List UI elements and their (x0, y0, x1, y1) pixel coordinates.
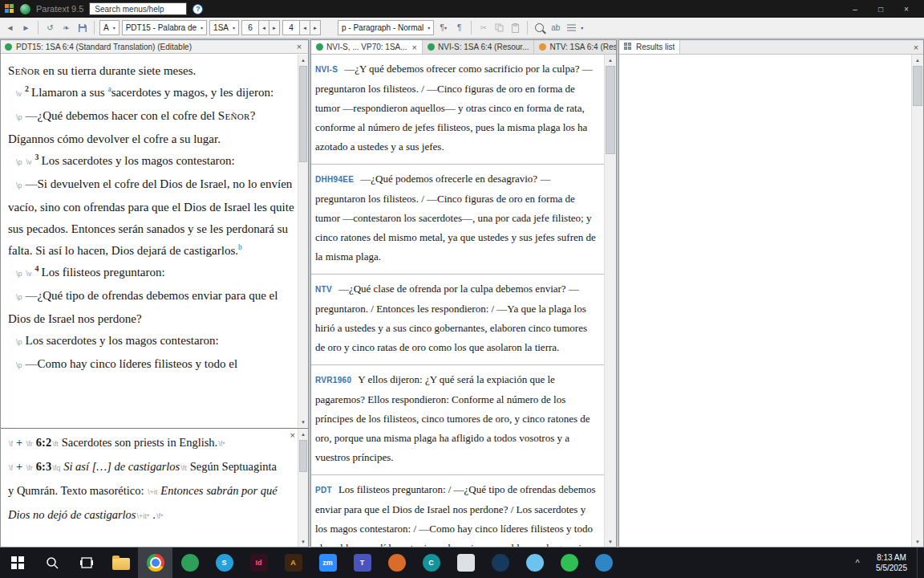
footnote-editor[interactable]: \f+ \fr6:2\ftSacerdotes son priests in E… (8, 431, 284, 547)
paste-icon[interactable] (509, 20, 522, 35)
chapter-value[interactable]: 6 (241, 20, 259, 35)
onedrive-taskbar-button[interactable] (517, 547, 552, 578)
scripture-paragraph[interactable]: \p—Como hay cinco líderes filisteos y to… (8, 353, 294, 377)
apps-grid-icon[interactable] (5, 4, 14, 14)
paratext-taskbar-button[interactable] (172, 547, 207, 578)
skype-taskbar-button[interactable]: S (207, 547, 241, 578)
verse-prev-icon[interactable]: ◄ (300, 20, 310, 35)
close-icon[interactable]: × (290, 430, 295, 440)
scroll-down-icon[interactable]: ▼ (912, 536, 923, 547)
adobe-app-taskbar-button[interactable]: A (276, 547, 310, 578)
chapter-next-icon[interactable]: ► (270, 20, 280, 35)
chrome-taskbar-button[interactable] (138, 547, 172, 578)
logos-taskbar-button[interactable] (483, 547, 517, 578)
start-button[interactable] (0, 547, 34, 578)
resource-tab[interactable]: NVI-S, ... VP70: 1SA...× (311, 40, 423, 54)
close-button[interactable]: × (894, 0, 919, 18)
menu-search-box[interactable] (89, 2, 187, 15)
scroll-up-icon[interactable]: ▲ (298, 55, 308, 65)
notepad-taskbar-button[interactable] (448, 547, 483, 578)
pilcrow-dropdown[interactable]: ¶ ▾ (436, 20, 450, 35)
camtasia-icon: C (423, 554, 440, 572)
bookmark-icon[interactable]: ❧ (59, 20, 73, 35)
firefox-taskbar-button[interactable] (379, 547, 414, 578)
scroll-down-icon[interactable]: ▼ (605, 536, 616, 547)
replace-icon[interactable]: ab (549, 20, 562, 35)
resource-tab[interactable]: NVI-S: 1SA 6:4 (Resour... (423, 40, 534, 54)
editor-panel-header[interactable]: PDT15: 1SA 6:4 (Standard Translation) (E… (1, 40, 308, 54)
find-icon[interactable] (533, 20, 546, 35)
copy-icon[interactable] (492, 20, 506, 35)
results-scrollbar[interactable]: ▲ ▼ (911, 55, 923, 547)
scripture-paragraph[interactable]: \v2Llamaron a sus asacerdotes y magos, y… (8, 82, 294, 105)
file-explorer-taskbar-button[interactable] (103, 547, 138, 578)
resource-entry[interactable]: DHH94EE—¿Qué podemos ofrecerle en desagr… (311, 165, 604, 275)
close-icon[interactable]: × (294, 42, 304, 51)
scripture-paragraph[interactable]: \p—¿Qué debemos hacer con el cofre del S… (8, 105, 294, 150)
maximize-button[interactable]: □ (868, 0, 894, 18)
scripture-paragraph[interactable]: Señor en su tierra durante siete meses. (8, 60, 294, 82)
scripture-paragraph[interactable]: \pLos sacerdotes y los magos contestaron… (8, 330, 294, 353)
toolbar-overflow-icon[interactable]: ▾ (581, 25, 583, 31)
scrollbar-thumb[interactable] (606, 66, 615, 154)
paragraph-style-selector[interactable]: p - Paragraph - Normal ▾ (338, 20, 434, 35)
resource-entry[interactable]: PDTLos filisteos preguntaron: / —¿Qué ti… (311, 475, 604, 547)
camtasia-taskbar-button[interactable]: C (414, 547, 448, 578)
tray-expand-icon[interactable]: ^ (849, 558, 866, 568)
cut-icon[interactable]: ✂ (476, 20, 490, 35)
scrollbar-thumb[interactable] (299, 66, 307, 162)
scroll-down-icon[interactable]: ▼ (298, 417, 308, 427)
zoom-taskbar-button[interactable]: zm (310, 547, 345, 578)
footnote-paragraph[interactable]: \f+ \fr6:3\fqSi así […] de castigarlos\f… (8, 455, 284, 527)
scripture-paragraph[interactable]: \p\v3Los sacerdotes y los magos contesta… (8, 150, 294, 173)
results-content[interactable] (619, 55, 911, 547)
scripture-paragraph[interactable]: \p—¿Qué tipo de ofrendas debemos enviar … (8, 285, 294, 330)
project-selector[interactable]: PDT15 - Palabra de ▾ (122, 20, 207, 35)
scroll-up-icon[interactable]: ▲ (605, 55, 616, 65)
scrollbar-thumb[interactable] (913, 66, 922, 106)
resources-scrollbar[interactable]: ▲ ▼ (604, 55, 616, 547)
results-tab[interactable]: Results list (619, 40, 680, 54)
whatsapp-taskbar-button[interactable] (552, 547, 586, 578)
verse-next-icon[interactable]: ► (310, 20, 321, 35)
scripture-editor[interactable]: Señor en su tierra durante siete meses.\… (1, 55, 297, 427)
book-selector[interactable]: 1SA ▾ (209, 20, 239, 35)
chapter-prev-icon[interactable]: ◄ (259, 20, 270, 35)
help-icon[interactable]: ? (192, 4, 203, 14)
resource-entry[interactable]: RVR1960Y ellos dijeron: ¿Y qué será la e… (311, 365, 604, 475)
save-icon[interactable] (75, 20, 89, 35)
resource-entry[interactable]: NVI-S—¿Y qué debemos ofrecer como sacrif… (311, 55, 604, 165)
text-collection-dropdown[interactable]: A ▾ (99, 20, 120, 35)
reference-text: 6:3 (36, 460, 51, 473)
scripture-paragraph[interactable]: \p\v4Los filisteos preguntaron: (8, 262, 294, 285)
task-view-button[interactable] (69, 547, 103, 578)
show-desktop-button[interactable] (917, 547, 922, 578)
telegram-taskbar-button[interactable] (586, 547, 621, 578)
indesign-taskbar-button[interactable]: Id (241, 547, 276, 578)
scrollbar-thumb[interactable] (299, 440, 307, 472)
resource-version-label: DHH94EE (315, 175, 354, 184)
teams-taskbar-button[interactable]: T (345, 547, 379, 578)
footnote-scrollbar[interactable]: ▲ ▼ (298, 429, 308, 547)
wordlist-icon[interactable] (565, 20, 578, 35)
minimize-button[interactable]: – (842, 0, 868, 18)
close-icon[interactable]: × (911, 43, 921, 52)
back-icon[interactable]: ◄ (3, 20, 17, 35)
editor-scrollbar[interactable]: ▲ ▼ (298, 55, 308, 427)
verse-value[interactable]: 4 (282, 20, 300, 35)
zoom-icon: zm (319, 554, 337, 572)
taskbar-search-button[interactable] (34, 547, 69, 578)
footnote-paragraph[interactable]: \f+ \fr6:2\ftSacerdotes son priests in E… (8, 431, 284, 455)
resource-entry[interactable]: NTV—¿Qué clase de ofrenda por la culpa d… (311, 275, 604, 365)
scroll-down-icon[interactable]: ▼ (298, 536, 308, 547)
taskbar-clock[interactable]: 8:13 AM 5/5/2025 (876, 552, 907, 573)
resource-tab[interactable]: NTV: 1SA 6:4 (Resource... (534, 40, 617, 54)
history-icon[interactable]: ↺ (43, 20, 57, 35)
show-markers-toggle[interactable]: ¶ (452, 20, 466, 35)
scroll-up-icon[interactable]: ▲ (912, 55, 923, 65)
scroll-up-icon[interactable]: ▲ (298, 429, 308, 439)
close-icon[interactable]: × (412, 43, 417, 52)
forward-icon[interactable]: ► (19, 20, 33, 35)
menu-search-input[interactable] (93, 4, 183, 14)
scripture-paragraph[interactable]: \p—Si devuelven el cofre del Dios de Isr… (8, 173, 294, 262)
